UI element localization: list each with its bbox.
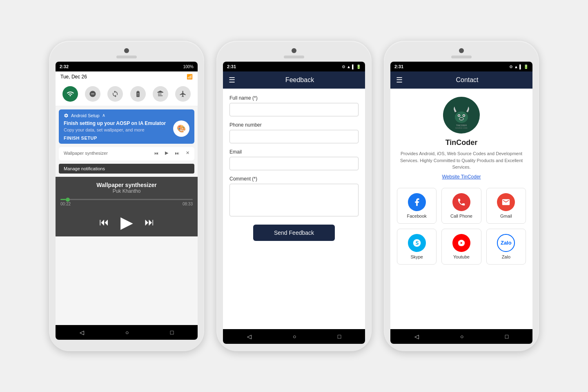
- prev-mini-icon[interactable]: ⏮: [154, 151, 158, 156]
- email-input[interactable]: [229, 157, 359, 170]
- music-player-full: Wallpaper synthesizer Puk Khantho 00:22 …: [56, 177, 198, 236]
- time-3: 2:31: [394, 64, 403, 69]
- status-bar-1: 2:32 100%: [56, 62, 198, 71]
- skype-icon: [408, 234, 426, 252]
- gmail-contact[interactable]: Gmail: [486, 188, 526, 224]
- company-name: TinCoder: [445, 138, 478, 147]
- zalo-label: Zalo: [502, 254, 510, 259]
- zalo-icon: Zalo: [497, 234, 515, 252]
- android-setup-notif: Android Setup ∧ Finish setting up your A…: [59, 109, 194, 144]
- setup-header-label: Android Setup: [71, 113, 100, 118]
- youtube-icon: [452, 234, 470, 252]
- website-link[interactable]: Website TinCoder: [442, 174, 481, 180]
- avatar: TINCODER SOURCE CODE: [443, 97, 480, 134]
- feedback-title: Feedback: [240, 76, 359, 84]
- date-bar: Tue, Dec 26 📶: [56, 71, 198, 82]
- next-full-icon[interactable]: ⏭: [145, 216, 154, 228]
- speaker-2: [284, 56, 304, 58]
- play-full-icon[interactable]: ▶: [120, 213, 133, 232]
- facebook-icon: [408, 193, 426, 211]
- call-phone-icon: [452, 193, 470, 211]
- airplane-toggle[interactable]: [175, 86, 191, 102]
- battery-icon-1: 100%: [183, 65, 194, 69]
- music-notif-card: Wallpaper synthesizer ⏮ ▶ ⏭ ✕: [59, 147, 194, 160]
- nav-bar-1: ◁ ○ □: [56, 325, 198, 340]
- phone-2: 2:31 ⚙ ▲ ▌ 🔋 ☰ Feedback Full name (*): [216, 41, 372, 351]
- prev-full-icon[interactable]: ⏮: [99, 216, 109, 228]
- phone-1: 2:32 100% Tue, Dec 26 📶: [49, 41, 204, 351]
- menu-icon-3[interactable]: ☰: [396, 76, 403, 85]
- setup-title: Finish setting up your AOSP on IA Emulat…: [64, 120, 166, 126]
- menu-icon-2[interactable]: ☰: [229, 76, 235, 85]
- collapse-icon: ∧: [102, 113, 105, 118]
- song-title: Wallpaper synthesizer: [96, 182, 156, 188]
- phone-3: 2:31 ⚙ ▲ ▌ 🔋 ☰ Contact: [384, 41, 539, 351]
- zalo-contact[interactable]: Zalo Zalo: [486, 229, 526, 265]
- svg-text:SOURCE CODE: SOURCE CODE: [455, 127, 468, 129]
- camera-3: [459, 48, 464, 53]
- contact-title: Contact: [408, 76, 527, 84]
- send-feedback-button[interactable]: Send Feedback: [253, 225, 335, 241]
- home-button-1[interactable]: ○: [125, 329, 129, 336]
- contact-grid: Facebook Call Phone: [397, 188, 526, 265]
- dnd-toggle[interactable]: [85, 86, 100, 102]
- battery-saver-toggle[interactable]: [130, 86, 146, 102]
- svg-point-5: [463, 115, 465, 116]
- music-notif-title: Wallpaper synthesizer: [64, 151, 108, 156]
- contact-content: TINCODER SOURCE CODE TinCoder Provides A…: [390, 89, 532, 329]
- speaker-3: [451, 56, 472, 58]
- setup-subtitle: Copy your data, set wallpaper, and more: [64, 127, 166, 132]
- screen-3: 2:31 ⚙ ▲ ▌ 🔋 ☰ Contact: [390, 62, 532, 344]
- screen-1: 2:32 100% Tue, Dec 26 📶: [56, 62, 198, 340]
- company-description: Provides Android, iOS, Web Source Codes …: [397, 150, 526, 171]
- svg-point-4: [459, 115, 460, 116]
- data-toggle[interactable]: [153, 86, 168, 102]
- camera-1: [124, 48, 129, 53]
- quick-toggles: [56, 82, 198, 106]
- signal-icon-3: ▌: [519, 65, 522, 69]
- skype-contact[interactable]: Skype: [397, 229, 437, 265]
- recents-button-3[interactable]: □: [505, 333, 508, 340]
- play-mini-icon[interactable]: ▶: [165, 150, 168, 156]
- close-mini-icon[interactable]: ✕: [186, 150, 189, 156]
- call-phone-label: Call Phone: [450, 214, 472, 218]
- total-time: 08:33: [183, 202, 193, 206]
- manage-notif-label: Manage notifications: [59, 164, 194, 174]
- feedback-header: ☰ Feedback: [223, 71, 365, 89]
- back-button-1[interactable]: ◁: [80, 329, 84, 336]
- gmail-label: Gmail: [500, 214, 512, 218]
- youtube-label: Youtube: [453, 254, 470, 259]
- home-button-3[interactable]: ○: [460, 333, 463, 340]
- skype-label: Skype: [410, 254, 423, 259]
- youtube-contact[interactable]: Youtube: [441, 229, 481, 265]
- back-button-2[interactable]: ◁: [247, 333, 252, 340]
- recents-button-1[interactable]: □: [170, 329, 174, 336]
- wifi-icon-3: ▲: [514, 65, 518, 69]
- song-artist: Puk Khantho: [113, 188, 141, 194]
- wifi-toggle[interactable]: [62, 86, 78, 102]
- comment-input[interactable]: [229, 184, 359, 216]
- current-time: 00:22: [60, 202, 71, 206]
- recents-button-2[interactable]: □: [338, 333, 341, 340]
- call-phone-contact[interactable]: Call Phone: [441, 188, 481, 224]
- facebook-label: Facebook: [407, 214, 427, 218]
- facebook-contact[interactable]: Facebook: [397, 188, 437, 224]
- gear-icon-3: ⚙: [509, 65, 513, 69]
- time-2: 2:31: [227, 64, 236, 69]
- gear-icon-2: ⚙: [342, 65, 345, 69]
- status-bar-2: 2:31 ⚙ ▲ ▌ 🔋: [223, 62, 365, 71]
- phone-label: Phone number: [229, 122, 359, 128]
- feedback-form: Full name (*) Phone number Email Comment…: [223, 89, 365, 329]
- svg-point-6: [459, 118, 463, 120]
- fullname-input[interactable]: [229, 103, 359, 116]
- fullname-label: Full name (*): [229, 95, 359, 101]
- back-button-3[interactable]: ◁: [414, 333, 419, 340]
- next-mini-icon[interactable]: ⏭: [175, 151, 179, 156]
- home-button-2[interactable]: ○: [293, 333, 296, 340]
- screen-2: 2:31 ⚙ ▲ ▌ 🔋 ☰ Feedback Full name (*): [223, 62, 365, 344]
- setup-icon: 🎨: [173, 120, 189, 137]
- speaker-1: [116, 56, 137, 58]
- finish-setup-button[interactable]: FINISH SETUP: [64, 136, 166, 140]
- sync-toggle[interactable]: [107, 86, 123, 102]
- phone-input[interactable]: [229, 130, 359, 143]
